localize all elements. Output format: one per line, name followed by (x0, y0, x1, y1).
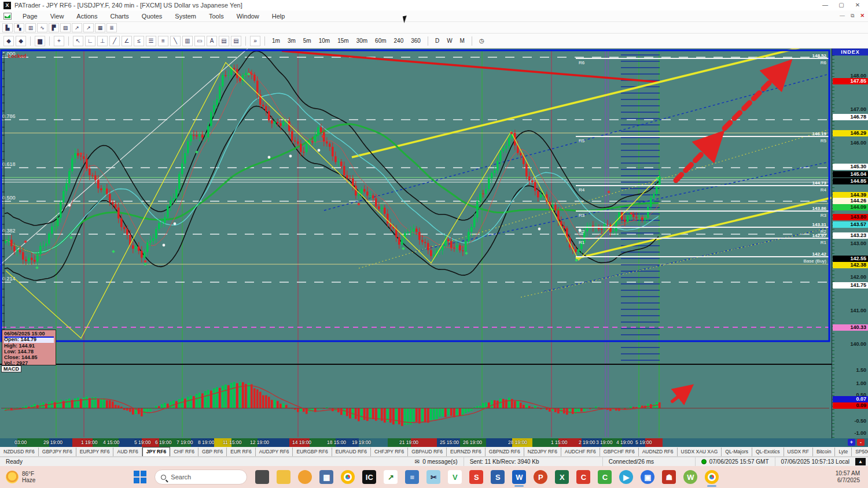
chart-dots-icon[interactable]: ▨ (60, 23, 71, 32)
period-d-button[interactable]: D (432, 36, 442, 45)
fan-icon[interactable]: ≤ (134, 36, 144, 46)
chart-trend2-icon[interactable]: ↗ (83, 23, 94, 32)
ic-app-icon[interactable]: IC (362, 470, 376, 484)
tab-bitcoin[interactable]: Bitcoin (813, 448, 836, 456)
hline-icon[interactable]: ≡ (158, 36, 168, 46)
webroot-icon[interactable]: W (683, 470, 697, 484)
cloud-app-icon[interactable]: ☗ (662, 470, 676, 484)
tab-gbpchf-rf6[interactable]: GBPCHF RF6 (600, 448, 639, 456)
mdi-minimize-button[interactable]: — (840, 13, 845, 19)
menu-item-quotes[interactable]: Quotes (135, 12, 168, 21)
tab-eur-rf6[interactable]: EUR RF6 (227, 448, 255, 456)
maximize-button[interactable]: ▢ (833, 0, 849, 10)
angle-line-icon[interactable]: ╱ (109, 36, 120, 46)
tab-ql-majors[interactable]: QL-Majors (722, 448, 752, 456)
link-red-blue-icon[interactable]: ◆ (3, 36, 14, 46)
tab-lyte[interactable]: Lyte (835, 448, 852, 456)
red-s-app-icon[interactable]: S (469, 470, 483, 484)
menu-item-charts[interactable]: Charts (104, 12, 135, 21)
tab-usdx-xau-xag[interactable]: USDX XAU XAG (678, 448, 722, 456)
menu-item-view[interactable]: View (44, 12, 71, 21)
taskbar-clock[interactable]: 10:57 AM 6/7/2025 (836, 470, 860, 484)
zoom-out-button[interactable]: - (857, 439, 865, 446)
tab-sp500-rf6[interactable]: SP500 RF6 (852, 448, 868, 456)
bars-blue-icon[interactable]: ▥ (182, 36, 193, 46)
timeframe-60m-button[interactable]: 60m (372, 36, 389, 45)
chart-bars-icon[interactable]: ▙ (2, 23, 13, 32)
start-button[interactable] (134, 471, 146, 483)
excel-icon[interactable]: X (555, 470, 569, 484)
menu-item-tools[interactable]: Tools (203, 12, 230, 21)
timeframe-15m-button[interactable]: 15m (334, 36, 351, 45)
weather-widget[interactable]: 86°F Haze (6, 471, 35, 483)
indicator-icon[interactable]: ▆ (35, 36, 45, 46)
camtasia-green-icon[interactable]: C (598, 470, 612, 484)
pitchfork-icon[interactable]: ╲ (170, 36, 181, 46)
chart-list-icon[interactable]: ≣ (106, 23, 117, 32)
chrome2-icon[interactable] (705, 470, 719, 484)
fib-ext-icon[interactable]: ▤ (231, 36, 241, 46)
tab-audnzd-rf6[interactable]: AUDNZD RF6 (639, 448, 678, 456)
mdi-restore-button[interactable]: ⧉ (851, 13, 854, 19)
tab-audchf-rf6[interactable]: AUDCHF RF6 (561, 448, 600, 456)
tab-audjpy-rf6[interactable]: AUDJPY RF6 (256, 448, 293, 456)
telegram-icon[interactable]: ▶ (619, 470, 633, 484)
snip-icon[interactable]: ✂ (426, 470, 440, 484)
chart-candles-icon[interactable]: ▥ (25, 23, 36, 32)
status-messages[interactable]: ✉ 0 message(s) (409, 457, 464, 466)
tab-chfjpy-rf6[interactable]: CHFJPY RF6 (371, 448, 408, 456)
menu-item-page[interactable]: Page (16, 12, 44, 21)
time-axis-scrollbar[interactable]: 03:0029 19:001 19:004 15:005 19:006 19:0… (0, 438, 868, 447)
crosshair-icon[interactable]: + (54, 36, 64, 46)
powerpoint-icon[interactable]: P (534, 470, 547, 484)
channel-icon[interactable]: ⊥ (97, 36, 108, 46)
menu-item-help[interactable]: Help (266, 12, 292, 21)
blue-s-app-icon[interactable]: S (491, 470, 505, 484)
tab-nzdusd-rf6[interactable]: NZDUSD RF6 (0, 448, 39, 456)
chart-step-icon[interactable]: ▛ (49, 23, 59, 32)
desktop-icon[interactable] (255, 470, 269, 484)
link-red-icon[interactable]: ◆ (16, 36, 26, 46)
zoom-icon[interactable]: ▣ (641, 470, 654, 484)
tab-gbpnzd-rf6[interactable]: GBPNZD RF6 (486, 448, 524, 456)
tab-gbpjpy-rf6[interactable]: GBPJPY RF6 (39, 448, 76, 456)
zoom-in-button[interactable]: + (848, 439, 855, 446)
file-explorer-icon[interactable] (277, 470, 290, 484)
chart-hist-icon[interactable]: ▦ (95, 23, 105, 32)
trendline-icon[interactable]: ∟ (85, 36, 95, 46)
price-axis[interactable]: INDEX 148.00147.00146.00143.00142.00141.… (832, 49, 868, 438)
chart-app-icon[interactable]: ↗ (384, 470, 398, 484)
camtasia-red-icon[interactable]: C (576, 470, 590, 484)
tab-eurgbp-rf6[interactable]: EURGBP RF6 (293, 448, 332, 456)
tab-gbpaud-rf6[interactable]: GBPAUD RF6 (408, 448, 447, 456)
fib-retr-icon[interactable]: ▤ (219, 36, 229, 46)
tab-eurnzd-rf6[interactable]: EURNZD RF6 (447, 448, 486, 456)
timeframe-240-button[interactable]: 240 (391, 36, 407, 45)
tab-aud-rf6[interactable]: AUD RF6 (113, 448, 142, 456)
notepad-icon[interactable]: ≡ (405, 470, 419, 484)
macd-panel-label[interactable]: MACD (1, 365, 21, 372)
chrome-icon[interactable] (341, 470, 355, 484)
rectangle-icon[interactable]: ▭ (194, 36, 205, 46)
tab-euraud-rf6[interactable]: EURAUD RF6 (332, 448, 371, 456)
text-tool-icon[interactable]: A (207, 36, 217, 46)
menu-item-system[interactable]: System (168, 12, 203, 21)
session-clock-icon[interactable]: ◷ (476, 36, 487, 45)
ray-icon[interactable]: ∠ (122, 36, 132, 46)
tab-ql-exotics[interactable]: QL-Exotics (752, 448, 784, 456)
chart-lines-icon[interactable]: ▚ (14, 23, 24, 32)
tab-gbp-rf6[interactable]: GBP RF6 (198, 448, 227, 456)
menu-item-actions[interactable]: Actions (70, 12, 104, 21)
mdi-close-button[interactable]: ✕ (860, 13, 865, 19)
timeframe-360-button[interactable]: 360 (408, 36, 424, 45)
chart-curve-icon[interactable]: ∿ (37, 23, 47, 32)
close-button[interactable]: ✕ (849, 0, 866, 10)
period-m-button[interactable]: M (457, 36, 468, 45)
calculator-icon[interactable]: ▦ (319, 470, 333, 484)
tab-jpy-rf6[interactable]: JPY RF6 (142, 447, 170, 456)
tab-nzdjpy-rf6[interactable]: NZDJPY RF6 (524, 448, 561, 456)
menu-item-window[interactable]: Window (230, 12, 266, 21)
mail-icon[interactable] (298, 470, 312, 484)
chart-trend-up-icon[interactable]: ↗ (72, 23, 82, 32)
taskbar-search[interactable]: Search (155, 469, 247, 485)
